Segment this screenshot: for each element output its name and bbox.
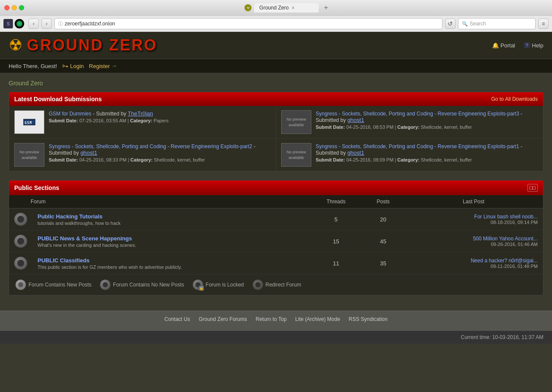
- forum-has-new-posts-icon: [14, 213, 27, 226]
- tab-close-btn[interactable]: ✕: [291, 5, 295, 11]
- help-label: Help: [532, 42, 543, 49]
- forum-lastpost-cell: For Linux bash shell noob... 08-18-2016,…: [404, 208, 543, 230]
- extension-icon-circle[interactable]: [15, 19, 24, 28]
- legend-new-posts-label: Forum Contains New Posts: [28, 282, 91, 288]
- login-link[interactable]: Login: [70, 63, 84, 69]
- downloads-panel: Latest Download Submissions Go to All Do…: [9, 92, 543, 171]
- site-logo: ☢ GROUND ZERO: [9, 36, 157, 54]
- current-time-label: Current time:: [461, 334, 491, 340]
- radioactive-icon: ☢: [9, 36, 22, 54]
- address-bar[interactable]: ⓘ zeroerfjaacldzxf.onion: [54, 18, 442, 29]
- download-title-link[interactable]: Syngress - Sockets, Shellcode, Porting a…: [316, 111, 519, 117]
- forum-no-new-posts-icon: [14, 235, 27, 248]
- browser-search-placeholder: Search: [470, 21, 486, 27]
- back-btn[interactable]: ‹: [28, 19, 39, 29]
- forum-posts-count: 35: [362, 252, 404, 274]
- minimize-window-btn[interactable]: [12, 5, 17, 10]
- go-to-all-downloads-link[interactable]: Go to All Downloads: [491, 96, 538, 102]
- portal-link[interactable]: 🔔 Portal: [492, 42, 515, 49]
- close-window-btn[interactable]: [4, 5, 9, 10]
- forum-posts-count: 45: [362, 230, 404, 252]
- main-content: Ground Zero Latest Download Submissions …: [0, 73, 552, 311]
- login-label: Login: [70, 63, 84, 69]
- legend-item-new: Forum Contains New Posts: [16, 280, 91, 290]
- register-link[interactable]: Register →: [89, 62, 117, 69]
- help-icon: ?: [524, 42, 530, 48]
- forum-description: tutorials and walkthroughs, how to hack: [38, 221, 304, 226]
- contact-us-link[interactable]: Contact Us: [164, 316, 190, 322]
- footer-links: Contact Us Ground Zero Forums Return to …: [9, 316, 543, 322]
- collapse-icon[interactable]: □□: [527, 184, 538, 192]
- forum-description: This public section is for GZ members wh…: [38, 264, 304, 270]
- download-author-link[interactable]: TheTr0jan: [128, 110, 153, 117]
- legend-new-posts-icon: [16, 280, 26, 290]
- address-url: zeroerfjaacldzxf.onion: [65, 21, 115, 27]
- lastpost-title-link[interactable]: 500 Million Yahoo Account...: [409, 236, 538, 242]
- legend-redirect-icon: [253, 280, 263, 290]
- download-info: Syngress - Sockets, Shellcode, Porting a…: [49, 143, 270, 162]
- forum-table-header: Forum Threads Posts Last Post: [9, 195, 543, 208]
- forum-posts-count: 20: [362, 208, 404, 230]
- tab-favicon: ☢: [245, 4, 251, 11]
- browser-titlebar: ☢ Ground Zero ✕ +: [0, 0, 552, 16]
- forum-name-link[interactable]: PUBLIC News & Scene Happenings: [38, 235, 304, 242]
- lite-mode-link[interactable]: Lite (Archive) Mode: [295, 316, 340, 322]
- ground-zero-forums-link[interactable]: Ground Zero Forums: [199, 316, 247, 322]
- download-info: GSM for Dummies - Submitted by TheTr0jan…: [49, 110, 270, 123]
- download-meta: Submit Date: 04-25-2016, 08:33 PM | Cate…: [49, 157, 270, 162]
- rss-syndication-link[interactable]: RSS Syndication: [349, 316, 388, 322]
- address-security-icon: ⓘ: [58, 21, 63, 27]
- site-header: ☢ GROUND ZERO 🔔 Portal ? Help: [0, 32, 552, 59]
- download-title-link[interactable]: GSM for Dummies: [49, 111, 91, 117]
- forum-threads-count: 11: [310, 252, 362, 274]
- download-author-link[interactable]: ghost1: [80, 149, 97, 156]
- forum-icon-cell: [9, 230, 32, 252]
- return-to-top-link[interactable]: Return to Top: [256, 316, 287, 322]
- legend-redirect-label: Redirect Forum: [266, 282, 301, 288]
- forum-description: What's new in the carding and hacking sc…: [38, 243, 304, 248]
- forum-threads-count: 15: [310, 230, 362, 252]
- browser-tab[interactable]: Ground Zero ✕: [254, 3, 319, 12]
- forum-table: Forum Threads Posts Last Post Public Hac…: [9, 195, 543, 274]
- download-info: Syngress - Sockets, Shellcode, Porting a…: [316, 143, 538, 162]
- table-row: PUBLIC News & Scene Happenings What's ne…: [9, 230, 543, 252]
- fullscreen-window-btn[interactable]: [19, 5, 24, 10]
- bell-icon: 🔔: [492, 42, 499, 49]
- download-title-link[interactable]: Syngress - Sockets, Shellcode, Porting a…: [49, 143, 252, 149]
- browser-menu-btn[interactable]: ≡: [538, 19, 549, 29]
- search-icon: 🔍: [462, 21, 468, 27]
- lastpost-title-link[interactable]: For Linux bash shell noob...: [409, 214, 538, 220]
- browser-chrome: ☢ Ground Zero ✕ + S ‹ › ⓘ zeroerfjaacldz…: [0, 0, 552, 32]
- site-footer: Contact Us Ground Zero Forums Return to …: [0, 311, 552, 331]
- downloads-panel-title: Latest Download Submissions: [14, 96, 102, 103]
- lastpost-title-link[interactable]: Need a hacker? n0rf@sigai...: [409, 258, 538, 264]
- breadcrumb: Ground Zero: [9, 80, 543, 87]
- tab-title: Ground Zero: [259, 5, 289, 11]
- public-sections-panel: Public Sections □□ Forum Threads Posts L…: [9, 180, 543, 296]
- new-tab-btn[interactable]: +: [321, 3, 330, 12]
- arrow-icon: →: [111, 62, 117, 69]
- download-item: No preview available Syngress - Sockets,…: [276, 139, 543, 171]
- download-title-link[interactable]: Syngress - Sockets, Shellcode, Porting a…: [316, 143, 519, 149]
- legend-locked-icon: 🔒: [193, 280, 203, 290]
- sections-panel-title: Public Sections: [14, 184, 59, 191]
- reload-btn[interactable]: ↺: [445, 19, 455, 29]
- key-icon: 🗝: [62, 62, 68, 69]
- forward-btn[interactable]: ›: [41, 19, 52, 29]
- legend-item-nonew: Forum Contains No New Posts: [100, 280, 184, 290]
- download-author-link[interactable]: ghost1: [347, 149, 364, 156]
- sections-panel-header: Public Sections □□: [9, 180, 543, 195]
- forum-name-link[interactable]: Public Hacking Tutorials: [38, 213, 304, 220]
- legend-item-locked: 🔒 Forum is Locked: [193, 280, 244, 290]
- help-link[interactable]: ? Help: [524, 42, 543, 49]
- lastpost-date: 09-26-2016, 01:46 AM: [409, 242, 538, 247]
- forum-icon-cell: [9, 208, 32, 230]
- posts-col-header: Posts: [362, 195, 404, 208]
- extension-icon-s[interactable]: S: [3, 19, 13, 28]
- forum-no-new-posts-icon: [14, 257, 27, 270]
- forum-lastpost-cell: Need a hacker? n0rf@sigai... 09-11-2016,…: [404, 252, 543, 274]
- download-author-link[interactable]: ghost1: [347, 117, 364, 123]
- download-info: Syngress - Sockets, Shellcode, Porting a…: [316, 110, 538, 130]
- browser-search-box[interactable]: 🔍 Search: [458, 18, 536, 29]
- forum-name-link[interactable]: PUBLIC Classifieds: [38, 257, 304, 264]
